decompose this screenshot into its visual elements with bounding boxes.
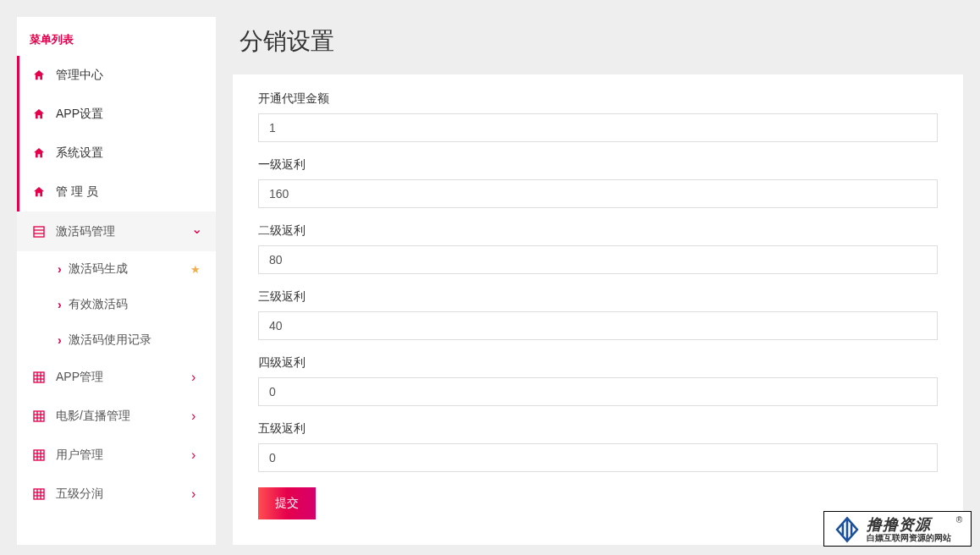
home-icon: [32, 107, 46, 121]
form-group-2: 二级返利: [258, 223, 938, 274]
form-input-1[interactable]: [258, 179, 938, 208]
form-group-5: 五级返利: [258, 421, 938, 472]
star-icon: ★: [190, 263, 201, 276]
form-label: 三级返利: [258, 289, 938, 305]
sidebar: 菜单列表 管理中心APP设置系统设置管 理 员激活码管理›激活码生成★›有效激活…: [17, 17, 216, 545]
sidebar-nav: 管理中心APP设置系统设置管 理 员激活码管理›激活码生成★›有效激活码›激活码…: [17, 56, 216, 514]
sidebar-item-label: 电影/直播管理: [56, 409, 191, 424]
form-group-4: 四级返利: [258, 355, 938, 406]
chevron-right-icon: ›: [58, 333, 62, 347]
main-content: 分销设置 开通代理金额一级返利二级返利三级返利四级返利五级返利提交: [233, 17, 963, 545]
sidebar-item-3[interactable]: 管 理 员: [17, 173, 216, 212]
grid-icon: [32, 409, 46, 423]
sidebar-item-label: 用户管理: [56, 448, 191, 463]
submenu-item-label: 激活码生成: [69, 261, 128, 277]
form-label: 一级返利: [258, 157, 938, 173]
grid-icon: [32, 371, 46, 384]
distribution-settings-form: 开通代理金额一级返利二级返利三级返利四级返利五级返利提交: [258, 91, 938, 519]
submenu-item-label: 激活码使用记录: [69, 332, 151, 348]
form-group-0: 开通代理金额: [258, 91, 938, 142]
sidebar-item-0[interactable]: 管理中心: [17, 56, 216, 95]
submenu-item-1[interactable]: ›有效激活码: [17, 287, 216, 322]
svg-rect-0: [34, 227, 44, 237]
form-input-4[interactable]: [258, 377, 938, 406]
form-input-5[interactable]: [258, 443, 938, 472]
form-label: 四级返利: [258, 355, 938, 371]
form-label: 二级返利: [258, 223, 938, 239]
form-group-3: 三级返利: [258, 289, 938, 340]
form-card: 开通代理金额一级返利二级返利三级返利四级返利五级返利提交: [233, 74, 963, 545]
grid-icon: [32, 448, 46, 462]
sidebar-item-label: 管理中心: [56, 68, 203, 83]
submenu-item-0[interactable]: ›激活码生成★: [17, 251, 216, 287]
submenu-item-2[interactable]: ›激活码使用记录: [17, 322, 216, 358]
watermark-title: 撸撸资源: [867, 517, 951, 534]
page-title: 分销设置: [239, 25, 963, 58]
watermark-registered: ®: [956, 515, 962, 525]
home-icon: [32, 185, 46, 199]
chevron-right-icon: [191, 448, 203, 463]
svg-rect-18: [34, 489, 44, 499]
home-icon: [32, 146, 46, 160]
sidebar-item-2[interactable]: 系统设置: [17, 134, 216, 173]
chevron-right-icon: ›: [58, 298, 62, 311]
svg-rect-3: [34, 372, 44, 382]
grid-icon: [32, 487, 46, 501]
sidebar-item-8[interactable]: 五级分润: [17, 475, 216, 514]
list-icon: [32, 225, 46, 239]
chevron-right-icon: [191, 370, 203, 385]
sidebar-item-6[interactable]: 电影/直播管理: [17, 397, 216, 436]
watermark-subtitle: 白嫖互联网资源的网站: [867, 533, 951, 542]
sidebar-item-label: 系统设置: [56, 146, 203, 161]
sidebar-item-7[interactable]: 用户管理: [17, 436, 216, 475]
sidebar-item-label: 管 理 员: [56, 184, 203, 200]
form-input-0[interactable]: [258, 113, 938, 142]
chevron-right-icon: [191, 486, 203, 502]
svg-rect-13: [34, 450, 44, 460]
sidebar-item-label: APP管理: [56, 370, 191, 385]
home-icon: [32, 69, 46, 82]
sidebar-item-5[interactable]: APP管理: [17, 358, 216, 397]
sidebar-item-4[interactable]: 激活码管理: [17, 212, 216, 251]
chevron-down-icon: [191, 223, 203, 239]
watermark-badge: 撸撸资源 白嫖互联网资源的网站 ®: [823, 511, 972, 547]
form-label: 开通代理金额: [258, 91, 938, 107]
svg-rect-8: [34, 411, 44, 421]
sidebar-item-1[interactable]: APP设置: [17, 95, 216, 134]
submenu-item-label: 有效激活码: [69, 297, 128, 312]
sidebar-item-label: 激活码管理: [56, 224, 191, 239]
sidebar-header: 菜单列表: [17, 17, 216, 56]
form-label: 五级返利: [258, 421, 938, 437]
submenu: ›激活码生成★›有效激活码›激活码使用记录: [17, 251, 216, 358]
form-group-1: 一级返利: [258, 157, 938, 208]
watermark-logo-icon: [833, 515, 862, 544]
chevron-right-icon: [191, 409, 203, 424]
sidebar-item-label: APP设置: [56, 107, 203, 122]
form-input-3[interactable]: [258, 311, 938, 340]
submit-button[interactable]: 提交: [258, 487, 316, 519]
sidebar-item-label: 五级分润: [56, 486, 191, 502]
form-input-2[interactable]: [258, 245, 938, 274]
chevron-right-icon: ›: [58, 262, 62, 276]
